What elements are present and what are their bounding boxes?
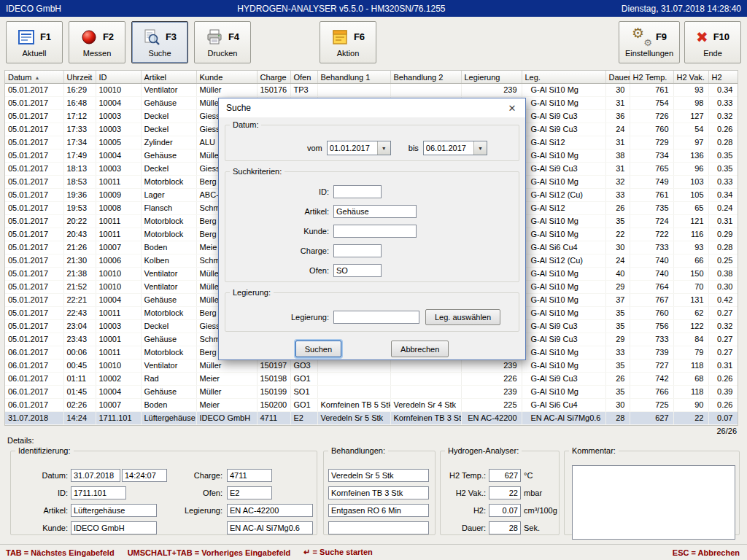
date-from-dropdown-button[interactable]: ▼ (377, 141, 390, 155)
button-label: Ende (703, 49, 722, 58)
table-row[interactable]: 05.01.201716:2910010VentilatorMüller1501… (5, 84, 738, 97)
detail-legierung2-input[interactable] (227, 521, 313, 534)
column-header-h2-vak-[interactable]: H2 Vak. (673, 71, 708, 84)
column-header-kunde[interactable]: Kunde (196, 71, 257, 84)
detail-datum-input[interactable] (71, 469, 120, 482)
table-row[interactable]: 31.07.201814:241711.101LüftergehäuseIDEC… (5, 412, 738, 425)
detail-id-input[interactable] (71, 486, 126, 499)
detail-artikel-input[interactable] (71, 504, 157, 517)
dialog-body: Datum: vom ▼ bis ▼ Suchkriterien: (219, 117, 525, 359)
date-to-dropdown-button[interactable]: ▼ (473, 141, 487, 155)
search-icon (143, 28, 160, 46)
hint-esc: ESC = Abbrechen (673, 548, 740, 557)
kommentar-textarea[interactable] (572, 465, 735, 540)
h2-vak-unit: mbar (524, 489, 542, 497)
date-range-group: Datum: vom ▼ bis ▼ (225, 120, 519, 161)
date-from-input[interactable] (328, 142, 377, 154)
column-header-h2-temp-[interactable]: H2 Temp. (630, 71, 673, 84)
statusbar: TAB = Nächstes Eingabefeld UMSCHALT+TAB … (0, 544, 747, 560)
kommentar-legend: Kommentar: (569, 446, 619, 455)
ofen-label: Ofen: (171, 489, 222, 497)
column-header-leg-[interactable]: Leg. (522, 71, 605, 84)
gear-icon: ⚙⚙ (632, 28, 651, 46)
identifizierung-legend: Identifizierung: (15, 446, 74, 455)
f9-einstellungen-button[interactable]: ⚙⚙ F9 Einstellungen (619, 21, 680, 63)
column-header-uhrzeit[interactable]: Uhrzeit (63, 71, 96, 84)
column-header-h2[interactable]: H2 (708, 71, 738, 84)
kunde-label: Kunde: (17, 524, 68, 532)
button-label: Aktion (337, 49, 360, 58)
search-charge-input[interactable] (333, 244, 382, 257)
f10-ende-button[interactable]: ✖ F10 Ende (684, 21, 741, 63)
dialog-titlebar[interactable]: Suche ✕ (219, 98, 525, 117)
record-icon (80, 28, 98, 46)
search-artikel-label: Artikel: (225, 207, 329, 216)
close-x-icon: ✖ (696, 30, 708, 44)
record-count: 26/26 (716, 427, 737, 435)
detail-zeit-input[interactable] (122, 469, 167, 482)
search-kunde-input[interactable] (333, 225, 417, 238)
fkey-label: F9 (656, 31, 667, 42)
search-legierung-label: Legierung: (225, 313, 329, 322)
detail-charge-input[interactable] (227, 469, 272, 482)
hydrogen-analyser-group: Hydrogen-Analyser: H2 Temp.: °C H2 Vak.:… (440, 446, 560, 535)
column-header-charge[interactable]: Charge (257, 71, 290, 84)
behandlung-3-input[interactable] (328, 504, 429, 517)
column-header-legierung[interactable]: Legierung (461, 71, 522, 84)
detail-legierung-input[interactable] (227, 504, 313, 517)
toolbar: F1 Aktuell F2 Messen F3 Suche F4 Drucken (0, 17, 747, 69)
identifizierung-group: Identifizierung: Datum: Charge: ID: Ofen… (10, 446, 317, 535)
chevron-down-icon: ▼ (382, 146, 387, 151)
h2-input[interactable] (489, 504, 521, 517)
behandlung-4-input[interactable] (328, 521, 429, 534)
behandlung-1-input[interactable] (328, 469, 429, 482)
f6-aktion-button[interactable]: F6 Aktion (320, 21, 376, 63)
h2-unit: cm³/100g (524, 506, 557, 515)
date-from-combo[interactable]: ▼ (327, 141, 391, 155)
dauer-label: Dauer: (444, 524, 486, 532)
date-to-input[interactable] (424, 142, 473, 154)
column-header-behandlung-2[interactable]: Behandlung 2 (390, 71, 461, 84)
column-header-ofen[interactable]: Ofen (290, 71, 317, 84)
fkey-label: F3 (166, 31, 177, 42)
button-label: Suche (148, 49, 171, 58)
table-row[interactable]: 06.01.201701:4510004GehäuseMüller150199S… (5, 386, 738, 399)
dialog-close-icon[interactable]: ✕ (499, 98, 525, 117)
detail-kunde-input[interactable] (71, 521, 157, 534)
behandlungen-legend: Behandlungen: (328, 446, 388, 455)
date-to-combo[interactable]: ▼ (423, 141, 487, 155)
behandlung-2-input[interactable] (328, 486, 429, 499)
hint-tab: TAB = Nächstes Eingabefeld (6, 548, 115, 557)
abbrechen-button[interactable]: Abbrechen (391, 341, 449, 357)
table-row[interactable]: 06.01.201701:1110002RadMeier150198GO1226… (5, 373, 738, 386)
search-legierung-input[interactable] (333, 311, 419, 324)
leg-auswaehlen-button[interactable]: Leg. auswählen (425, 309, 500, 325)
search-ofen-label: Ofen: (225, 266, 329, 275)
f2-messen-button[interactable]: F2 Messen (69, 21, 125, 63)
app-title: HYDROGEN-ANALYSER v5.5.0 - HM320SN/76.12… (61, 4, 622, 14)
search-artikel-input[interactable] (333, 205, 417, 218)
column-header-dauer[interactable]: Dauer (605, 71, 630, 84)
column-header-datum[interactable]: Datum▲ (5, 71, 63, 84)
detail-ofen-input[interactable] (227, 486, 272, 499)
behandlungen-group: Behandlungen: (323, 446, 436, 535)
table-row[interactable]: 06.01.201702:2610007BodenMeier150200GO1K… (5, 399, 738, 412)
dauer-input[interactable] (489, 521, 521, 534)
h2-temp-input[interactable] (489, 469, 521, 482)
table-row[interactable]: 06.01.201700:4510010VentilatorMüller1501… (5, 359, 738, 373)
search-ofen-input[interactable] (333, 264, 382, 277)
suchen-button[interactable]: Suchen (295, 341, 341, 357)
h2-vak-input[interactable] (489, 486, 521, 499)
column-header-behandlung-1[interactable]: Behandlung 1 (317, 71, 390, 84)
search-id-input[interactable] (333, 185, 382, 198)
button-label: Aktuell (22, 49, 46, 58)
f4-drucken-button[interactable]: F4 Drucken (194, 21, 251, 63)
date-group-legend: Datum: (230, 120, 261, 129)
f1-aktuell-button[interactable]: F1 Aktuell (6, 21, 63, 63)
h2-label: H2: (444, 506, 486, 515)
column-header-artikel[interactable]: Artikel (141, 71, 196, 84)
sort-asc-icon: ▲ (34, 75, 39, 80)
h2-vak-label: H2 Vak.: (444, 489, 486, 497)
column-header-id[interactable]: ID (96, 71, 141, 84)
f3-suche-button[interactable]: F3 Suche (131, 21, 188, 63)
